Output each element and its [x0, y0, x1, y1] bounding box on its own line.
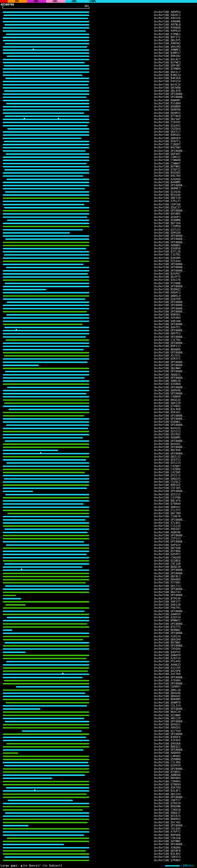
- alignment-bar[interactable]: [4, 642, 90, 644]
- hit-label[interactable]: UniRef100_B3L0F1: [154, 789, 181, 792]
- alignment-bar[interactable]: [8, 409, 90, 410]
- alignment-bar[interactable]: [2, 576, 90, 577]
- hit-label[interactable]: UniRef100_C9C1U8: [154, 563, 181, 565]
- alignment-bar[interactable]: [2, 396, 90, 398]
- hit-label[interactable]: UniRef100_A5KDH6: [154, 846, 181, 849]
- hit-label[interactable]: UniRef100_Q6XY17: [154, 130, 181, 133]
- alignment-bar[interactable]: [6, 103, 90, 104]
- alignment-bar[interactable]: [2, 428, 89, 429]
- hit-label[interactable]: UniRef100_A4HK25: [154, 663, 181, 666]
- alignment-bar[interactable]: [2, 588, 90, 590]
- hit-label[interactable]: UniRef100_C1H6T0: [154, 515, 181, 518]
- alignment-bar[interactable]: [2, 100, 90, 101]
- hit-label[interactable]: UniRef100_B4K3E0: [154, 77, 181, 80]
- alignment-bar[interactable]: [2, 380, 90, 382]
- hit-label[interactable]: UniRef100_Q55212: [154, 430, 181, 433]
- alignment-bar[interactable]: [2, 137, 82, 139]
- alignment-bar[interactable]: [2, 768, 90, 770]
- hit-label[interactable]: UniRef100_B5DX05: [154, 172, 181, 174]
- hit-label[interactable]: UniRef100_B4JEJ4: [154, 84, 181, 86]
- hit-label[interactable]: UniRef100_Q7T0G9: [154, 115, 181, 118]
- alignment-bar[interactable]: [6, 617, 90, 618]
- hit-label[interactable]: UniRef100_UPI0000..: [154, 645, 186, 647]
- alignment-bar[interactable]: [6, 314, 90, 316]
- alignment-bar[interactable]: [2, 847, 90, 848]
- hit-label[interactable]: UniRef100_A8NE66: [154, 774, 181, 777]
- hit-label[interactable]: UniRef100_Q84MJ5: [154, 112, 181, 115]
- alignment-bar[interactable]: [2, 591, 90, 593]
- alignment-bar[interactable]: [2, 582, 86, 584]
- alignment-bar[interactable]: [4, 856, 90, 858]
- hit-label[interactable]: UniRef100_C5FJD5: [154, 487, 181, 490]
- alignment-bar[interactable]: [2, 93, 90, 95]
- hit-label[interactable]: UniRef100_A7AV04: [154, 679, 181, 682]
- hit-label[interactable]: UniRef100_B7PE49: [154, 597, 181, 600]
- hit-label[interactable]: UniRef100_B0Q0D6: [154, 348, 181, 351]
- alignment-bar[interactable]: [2, 71, 90, 73]
- alignment-bar[interactable]: [2, 806, 90, 807]
- hit-label[interactable]: UniRef100_A2QY14: [154, 616, 181, 619]
- alignment-bar[interactable]: [2, 645, 90, 647]
- hit-label[interactable]: UniRef100_Q6JP75: [154, 276, 181, 278]
- hit-label[interactable]: UniRef100_Q4ATE1: [154, 326, 181, 329]
- hit-label[interactable]: UniRef100_Q4YBN2: [154, 840, 181, 843]
- hit-label[interactable]: UniRef100_UPI0000..: [154, 676, 186, 679]
- alignment-bar[interactable]: [2, 289, 46, 290]
- alignment-bar[interactable]: [5, 153, 90, 155]
- hit-label[interactable]: UniRef100_UPI0000..: [154, 588, 186, 591]
- hit-label[interactable]: UniRef100_A5K7D4: [154, 786, 181, 789]
- alignment-bar[interactable]: [5, 812, 90, 814]
- alignment-bar[interactable]: [2, 431, 90, 432]
- alignment-bar[interactable]: [2, 273, 88, 275]
- alignment-bar[interactable]: [4, 116, 90, 117]
- hit-label[interactable]: UniRef100_Q60JH9: [154, 638, 181, 641]
- hit-label[interactable]: UniRef100_A4I7K9: [154, 673, 181, 676]
- alignment-bar[interactable]: [2, 677, 83, 678]
- hit-label[interactable]: UniRef100_A0CC29: [154, 717, 181, 720]
- alignment-bar[interactable]: [2, 734, 90, 735]
- hit-label[interactable]: UniRef100_UPI0000..: [154, 682, 186, 685]
- hit-label[interactable]: UniRef100_Q91B05: [154, 213, 181, 215]
- alignment-bar[interactable]: [2, 639, 84, 641]
- alignment-bar[interactable]: [2, 475, 90, 476]
- hit-label[interactable]: UniRef100_B5DKQ3: [154, 288, 181, 291]
- alignment-bar[interactable]: [2, 803, 90, 804]
- hit-label[interactable]: UniRef100_Q56W61: [154, 421, 181, 423]
- hit-label[interactable]: UniRef100_UPI0000..: [154, 336, 186, 338]
- alignment-bar[interactable]: [2, 197, 90, 199]
- hit-label[interactable]: UniRef100_Q8L8Y0: [154, 90, 181, 92]
- alignment-bar[interactable]: [2, 844, 64, 845]
- alignment-bar[interactable]: [2, 374, 90, 376]
- hit-label[interactable]: UniRef100_Q02LX2: [154, 456, 181, 458]
- alignment-bar[interactable]: [2, 456, 90, 458]
- hit-label[interactable]: UniRef100_Q4D129: [154, 603, 181, 606]
- hit-label[interactable]: UniRef100_B69W82: [154, 629, 181, 631]
- alignment-bar[interactable]: [2, 834, 84, 836]
- hit-label[interactable]: UniRef100_A2Q714: [154, 657, 181, 660]
- alignment-bar[interactable]: [2, 683, 90, 684]
- hit-label[interactable]: UniRef100_A8B4J7: [154, 812, 181, 814]
- alignment-bar[interactable]: [2, 598, 22, 599]
- alignment-bar[interactable]: [2, 777, 53, 779]
- hit-label[interactable]: UniRef100_UPI0000..: [154, 534, 186, 537]
- hit-label[interactable]: UniRef100_B4QB89: [154, 105, 181, 108]
- alignment-bar[interactable]: [2, 705, 88, 707]
- alignment-bar[interactable]: [2, 286, 90, 287]
- hit-label[interactable]: UniRef100_Q55211: [154, 474, 181, 477]
- alignment-bar[interactable]: [2, 794, 87, 795]
- hit-label[interactable]: UniRef100_UPI0000..: [154, 310, 186, 313]
- hit-label[interactable]: UniRef100_B9T1T2: [154, 36, 181, 39]
- alignment-bar[interactable]: [2, 718, 85, 719]
- hit-label[interactable]: UniRef100_UPI0000..: [154, 392, 186, 395]
- hit-label[interactable]: UniRef100_A9TNL0: [154, 23, 181, 26]
- hit-label[interactable]: UniRef100_A8QAC3: [154, 291, 181, 294]
- hit-label[interactable]: UniRef100_Q3TLE5: [154, 228, 181, 231]
- hit-label[interactable]: UniRef100_UPI0000..: [154, 241, 186, 244]
- alignment-bar[interactable]: [2, 841, 90, 842]
- alignment-bar[interactable]: [2, 18, 88, 19]
- hit-label[interactable]: UniRef100_Q10769: [154, 298, 181, 301]
- alignment-bar[interactable]: [2, 759, 90, 760]
- hit-label[interactable]: UniRef100_C6PCQ6: [154, 203, 181, 206]
- alignment-bar[interactable]: [2, 264, 84, 265]
- hit-label[interactable]: UniRef100_UPI0000..: [154, 370, 186, 373]
